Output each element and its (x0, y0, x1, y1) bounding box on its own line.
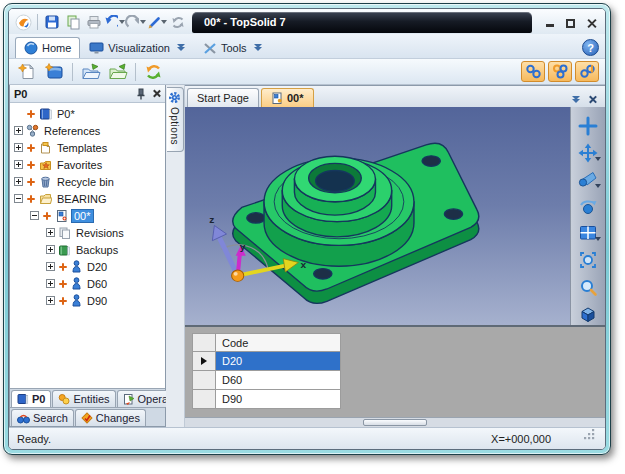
orbit-icon[interactable] (576, 196, 600, 218)
expander-icon[interactable] (46, 279, 55, 288)
print-icon[interactable] (83, 12, 104, 32)
expander-icon[interactable] (30, 211, 39, 220)
spotlight-icon[interactable] (576, 169, 600, 191)
status-bar: Ready. X=+000,000 (9, 427, 605, 449)
zoom-window-icon[interactable] (576, 249, 600, 271)
window-title[interactable]: 00* - TopSolid 7 (192, 12, 532, 33)
scrollbar-thumb[interactable] (363, 419, 427, 426)
tree-item-label: Backups (74, 244, 120, 256)
expander-icon[interactable] (14, 177, 23, 186)
grid-cell[interactable]: D60 (216, 371, 341, 390)
grid-row-d90[interactable]: D90 (192, 390, 341, 409)
minimize-button[interactable] (542, 16, 557, 29)
open-export-icon[interactable] (105, 60, 130, 83)
expander-icon[interactable] (14, 160, 23, 169)
annotate-pen-icon[interactable] (146, 12, 167, 32)
save-icon[interactable] (41, 12, 62, 32)
cross-icon (26, 143, 36, 153)
links-toggle-3-button[interactable] (575, 61, 599, 82)
zoom-icon[interactable] (576, 276, 600, 298)
sync-icon[interactable] (167, 12, 188, 32)
document-body: x y z (185, 107, 605, 325)
tab-entities[interactable]: Entities (52, 390, 115, 407)
tree-item-00[interactable]: 00* (10, 207, 165, 224)
tab-00-document[interactable]: 00* (261, 88, 314, 107)
options-collapsed-tab[interactable]: Options (167, 87, 184, 152)
viewports-icon[interactable] (576, 223, 600, 245)
grid-cell[interactable]: D90 (216, 390, 341, 409)
cross-icon (58, 262, 68, 272)
pan-dropdown-icon[interactable] (595, 157, 601, 161)
expander-icon[interactable] (46, 228, 55, 237)
close-button[interactable] (584, 16, 599, 29)
tree-item-d90[interactable]: D90 (10, 292, 165, 309)
tree-item-templates[interactable]: Templates (10, 139, 165, 156)
visualization-menu-icon[interactable] (177, 45, 185, 51)
links-toggle-1-button[interactable] (521, 61, 545, 82)
panel-close-icon[interactable] (152, 89, 161, 98)
pan-icon[interactable] (576, 142, 600, 164)
grid-row-d20[interactable]: D20 (192, 352, 341, 371)
tree-item-recycle-bin[interactable]: Recycle bin (10, 173, 165, 190)
pin-icon[interactable] (136, 88, 146, 100)
copy-icon[interactable] (62, 12, 83, 32)
tab-visualization[interactable]: Visualization (80, 37, 194, 58)
links-toggle-2-button[interactable] (548, 61, 572, 82)
tree-item-p0[interactable]: P0* (10, 105, 165, 122)
new-part-icon[interactable] (42, 60, 67, 83)
tree-item-bearing[interactable]: BEARING (10, 190, 165, 207)
redo-icon[interactable] (125, 12, 146, 32)
tree-item-label: Templates (55, 142, 109, 154)
axis-x-label: x (301, 259, 307, 270)
tab-changes[interactable]: Changes (75, 409, 146, 426)
tab-search[interactable]: Search (11, 409, 74, 426)
tree-item-backups[interactable]: Backups (10, 241, 165, 258)
tree-item-favorites[interactable]: Favorites (10, 156, 165, 173)
row-header[interactable] (192, 371, 216, 390)
expander-icon[interactable] (46, 245, 55, 254)
spotlight-dropdown-icon[interactable] (595, 184, 601, 188)
favorites-icon (39, 158, 52, 171)
tree-item-revisions[interactable]: Revisions (10, 224, 165, 241)
tab-home[interactable]: Home (15, 37, 80, 58)
cross-icon (58, 296, 68, 306)
ribbon-tab-bar: Home Visualization Tools ? (9, 34, 605, 58)
tab-list-icon[interactable] (572, 97, 580, 103)
horizontal-scrollbar[interactable] (185, 417, 605, 427)
search-binoculars-icon (17, 413, 30, 424)
expander-icon[interactable] (14, 194, 23, 203)
maximize-button[interactable] (563, 16, 578, 29)
tree-item-d20[interactable]: D20 (10, 258, 165, 275)
close-document-icon[interactable] (588, 95, 597, 104)
tab-tools[interactable]: Tools (194, 37, 271, 58)
tree-item-references[interactable]: References (10, 122, 165, 139)
document-area: Start Page 00* (185, 85, 605, 427)
expander-icon[interactable] (14, 143, 23, 152)
undo-icon[interactable] (104, 12, 125, 32)
grid-row-d60[interactable]: D60 (192, 371, 341, 390)
grid-column-header[interactable]: Code (216, 333, 341, 352)
graphics-viewport[interactable]: x y z (185, 107, 570, 325)
row-header[interactable] (192, 352, 216, 371)
topsolid-logo-icon[interactable] (13, 12, 34, 32)
expander-icon[interactable] (46, 262, 55, 271)
viewports-dropdown-icon[interactable] (595, 237, 601, 241)
gear-icon (168, 91, 181, 104)
expander-icon[interactable] (14, 126, 23, 135)
open-import-icon[interactable] (78, 60, 103, 83)
resize-grip[interactable] (584, 429, 595, 440)
isometric-view-icon[interactable] (576, 303, 600, 325)
main-area: P0 P0* References (9, 85, 605, 427)
row-header[interactable] (192, 390, 216, 409)
grid-cell[interactable]: D20 (216, 352, 341, 371)
tab-start-page[interactable]: Start Page (187, 88, 259, 107)
templates-icon (39, 141, 52, 154)
tab-p0[interactable]: P0 (11, 390, 51, 407)
tree-item-d60[interactable]: D60 (10, 275, 165, 292)
help-button[interactable]: ? (582, 39, 599, 56)
tools-menu-icon[interactable] (254, 45, 262, 51)
reload-icon[interactable] (141, 60, 166, 83)
new-document-icon[interactable] (15, 60, 40, 83)
expander-icon[interactable] (46, 296, 55, 305)
move-icon[interactable] (576, 115, 600, 137)
